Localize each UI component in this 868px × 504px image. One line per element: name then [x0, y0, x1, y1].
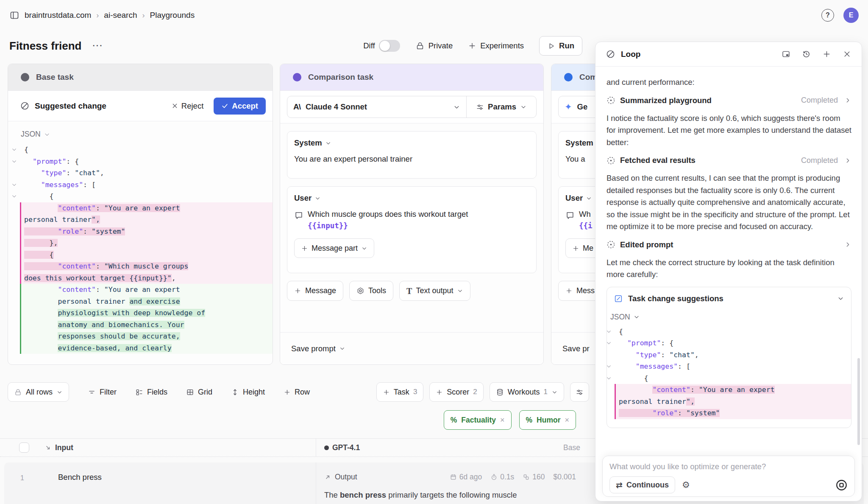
output-cell-label[interactable]: Output [324, 473, 357, 482]
code-line: "role": "system" [606, 407, 851, 419]
experiments-button[interactable]: Experiments [468, 41, 524, 50]
comparison-task-label: Comparison task [308, 73, 373, 82]
breadcrumb-org[interactable]: braintrustdata.com [25, 11, 91, 20]
collapse-chevron-icon[interactable] [606, 372, 615, 384]
loop-step-status: Completed [801, 156, 838, 165]
continuous-label: Continuous [626, 481, 669, 490]
run-button[interactable]: Run [539, 36, 582, 56]
continuous-mode-button[interactable]: ⇄ Continuous [609, 476, 675, 493]
collapse-chevron-icon[interactable] [8, 144, 20, 156]
reject-button[interactable]: Reject [171, 101, 203, 111]
code-gutter [8, 226, 20, 238]
accept-button[interactable]: Accept [214, 98, 266, 115]
message-part-button[interactable]: Message part [294, 238, 374, 258]
chevron-down-icon [56, 389, 63, 395]
add-scorer-button[interactable]: Scorer 2 [429, 382, 483, 402]
more-options-icon[interactable]: ··· [92, 41, 103, 50]
add-row-label: Row [295, 388, 310, 397]
sidebar-toggle-icon[interactable] [9, 10, 19, 20]
breadcrumb-section[interactable]: Playgrounds [150, 11, 195, 20]
help-icon[interactable]: ? [821, 9, 834, 22]
history-icon[interactable] [802, 50, 811, 59]
user-message-card[interactable]: User Which muscle groups does this worko… [287, 186, 537, 273]
save-prompt-button[interactable]: Save prompt [280, 332, 543, 364]
code-line: "prompt": { [8, 156, 273, 168]
remove-factuality-icon[interactable]: × [500, 416, 505, 425]
chevron-right-icon [844, 241, 851, 248]
model-select[interactable]: A\ Claude 4 Sonnet [287, 102, 466, 112]
plus-icon [294, 287, 301, 294]
filter-button[interactable]: Filter [88, 388, 117, 397]
base-task-code-editor[interactable]: { "prompt": { "type": "chat", "messages"… [8, 144, 273, 354]
grid-button[interactable]: Grid [186, 388, 212, 397]
output-text[interactable]: The bench press primarily targets the fo… [324, 489, 517, 504]
collapse-chevron-icon[interactable] [8, 179, 20, 191]
add-scorer-label: Scorer [447, 388, 469, 397]
model-column-header[interactable]: GPT-4.1 [324, 443, 360, 452]
collapse-chevron-icon[interactable] [8, 156, 20, 168]
private-button[interactable]: Private [415, 41, 453, 50]
humor-label: Humor [537, 416, 560, 425]
popout-icon[interactable] [782, 50, 790, 59]
fields-button[interactable]: Fields [135, 388, 167, 397]
private-label: Private [428, 41, 453, 50]
humor-scorer-badge[interactable]: % Humor × [519, 410, 576, 430]
diff-toggle-switch[interactable] [379, 40, 400, 52]
select-all-checkbox[interactable] [19, 442, 29, 453]
collapse-chevron-icon[interactable] [8, 190, 20, 202]
add-task-button[interactable]: Task 3 [376, 382, 423, 402]
close-icon[interactable] [843, 50, 851, 59]
loop-step-row[interactable]: Edited prompt [606, 240, 851, 249]
input-column-header[interactable]: Input [45, 443, 73, 452]
plus-icon [436, 389, 443, 396]
add-row-button[interactable]: Row [284, 388, 310, 397]
system-message-text[interactable]: You are an expert personal trainer [294, 154, 529, 164]
loop-scrollbar[interactable] [857, 358, 860, 445]
diff-toggle[interactable]: Diff [363, 40, 400, 52]
base-task-label: Base task [36, 73, 74, 82]
user-message-text[interactable]: Which muscle groups does this workout ta… [308, 210, 468, 230]
format-select[interactable]: JSON [8, 121, 273, 141]
task-change-code[interactable]: { "prompt": { "type": "chat", "messages"… [606, 326, 851, 419]
row-input-value[interactable]: Bench press [58, 473, 102, 482]
collapse-chevron-icon[interactable] [606, 326, 615, 338]
avatar[interactable]: E [843, 8, 859, 23]
format-select[interactable]: JSON [607, 305, 851, 323]
collapse-chevron-icon[interactable] [606, 337, 615, 349]
factuality-scorer-badge[interactable]: % Factuality × [444, 410, 512, 430]
task-change-header[interactable]: Task change suggestions [607, 287, 851, 305]
params-button[interactable]: Params [466, 96, 536, 118]
loop-step-label: Edited prompt [620, 240, 673, 249]
add-message-button[interactable]: Message [287, 281, 343, 301]
suggested-change-label: Suggested change [35, 101, 106, 111]
text-output-button[interactable]: T Text output [399, 281, 470, 301]
loop-step-row[interactable]: Fetched eval resultsCompleted [606, 156, 851, 165]
page-title: Fitness friend [9, 39, 81, 53]
chevron-down-icon[interactable] [837, 295, 844, 302]
database-icon [496, 388, 504, 396]
dataset-select[interactable]: Workouts 1 [490, 382, 564, 402]
code-gutter [8, 319, 20, 331]
view-options-button[interactable] [570, 382, 589, 402]
output-meta: 6d ago 0.1s 160 $0.001 [450, 473, 576, 482]
stop-icon[interactable] [835, 479, 848, 491]
breadcrumb-project[interactable]: ai-search [104, 11, 137, 20]
settings-gear-icon[interactable]: ⚙ [682, 481, 690, 490]
chevron-down-icon [339, 345, 345, 352]
row-number: 1 [20, 474, 24, 482]
remove-humor-icon[interactable]: × [565, 416, 569, 425]
new-session-icon[interactable] [822, 50, 831, 59]
system-role-select[interactable]: System [294, 138, 529, 148]
user-message-text[interactable]: Wh {{i [579, 210, 593, 230]
user-role-select[interactable]: User [294, 193, 529, 203]
collapse-chevron-icon[interactable] [606, 361, 615, 372]
tools-button[interactable]: Tools [349, 281, 393, 301]
system-message-card[interactable]: System You are an expert personal traine… [287, 131, 537, 179]
message-bubble-icon [294, 210, 303, 220]
lock-icon [14, 388, 22, 396]
cost-value: $0.001 [553, 473, 576, 482]
height-button[interactable]: Height [231, 388, 265, 397]
loop-input[interactable] [609, 462, 848, 471]
all-rows-select[interactable]: All rows [8, 382, 69, 402]
loop-step-row[interactable]: Summarized playgroundCompleted [606, 96, 851, 105]
